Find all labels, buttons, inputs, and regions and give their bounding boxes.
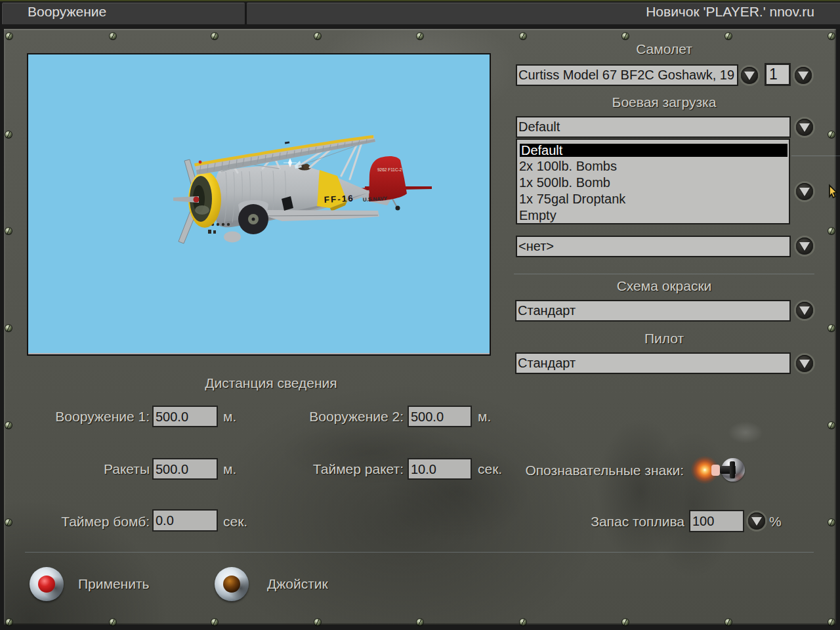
svg-text:FF-16: FF-16 xyxy=(324,194,354,205)
svg-text:9262 F11C-2: 9262 F11C-2 xyxy=(377,167,402,172)
